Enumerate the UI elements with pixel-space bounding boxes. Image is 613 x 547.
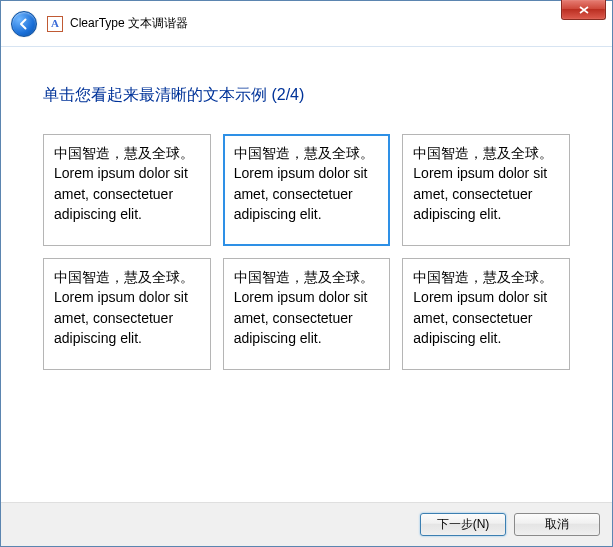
app-icon: A <box>47 16 63 32</box>
sample-cjk-text: 中国智造，慧及全球。 <box>413 143 559 163</box>
sample-cjk-text: 中国智造，慧及全球。 <box>54 143 200 163</box>
cancel-button[interactable]: 取消 <box>514 513 600 536</box>
text-sample-6[interactable]: 中国智造，慧及全球。 Lorem ipsum dolor sit amet, c… <box>402 258 570 370</box>
close-icon <box>579 6 589 14</box>
text-sample-5[interactable]: 中国智造，慧及全球。 Lorem ipsum dolor sit amet, c… <box>223 258 391 370</box>
sample-grid: 中国智造，慧及全球。 Lorem ipsum dolor sit amet, c… <box>43 134 570 370</box>
close-button[interactable] <box>561 0 606 20</box>
next-button[interactable]: 下一步(N) <box>420 513 506 536</box>
sample-latin-text: Lorem ipsum dolor sit amet, consectetuer… <box>413 287 559 348</box>
titlebar: A ClearType 文本调谐器 <box>1 1 612 47</box>
sample-latin-text: Lorem ipsum dolor sit amet, consectetuer… <box>413 163 559 224</box>
back-button[interactable] <box>11 11 37 37</box>
sample-cjk-text: 中国智造，慧及全球。 <box>54 267 200 287</box>
content-area: 单击您看起来最清晰的文本示例 (2/4) 中国智造，慧及全球。 Lorem ip… <box>1 47 612 502</box>
window-title: ClearType 文本调谐器 <box>70 15 188 32</box>
footer: 下一步(N) 取消 <box>1 502 612 546</box>
page-heading: 单击您看起来最清晰的文本示例 (2/4) <box>43 85 570 106</box>
text-sample-2[interactable]: 中国智造，慧及全球。 Lorem ipsum dolor sit amet, c… <box>223 134 391 246</box>
sample-latin-text: Lorem ipsum dolor sit amet, consectetuer… <box>234 163 380 224</box>
sample-cjk-text: 中国智造，慧及全球。 <box>234 143 380 163</box>
text-sample-4[interactable]: 中国智造，慧及全球。 Lorem ipsum dolor sit amet, c… <box>43 258 211 370</box>
text-sample-3[interactable]: 中国智造，慧及全球。 Lorem ipsum dolor sit amet, c… <box>402 134 570 246</box>
text-sample-1[interactable]: 中国智造，慧及全球。 Lorem ipsum dolor sit amet, c… <box>43 134 211 246</box>
sample-cjk-text: 中国智造，慧及全球。 <box>234 267 380 287</box>
sample-latin-text: Lorem ipsum dolor sit amet, consectetuer… <box>234 287 380 348</box>
cleartype-tuner-window: A ClearType 文本调谐器 单击您看起来最清晰的文本示例 (2/4) 中… <box>0 0 613 547</box>
sample-latin-text: Lorem ipsum dolor sit amet, consectetuer… <box>54 163 200 224</box>
back-arrow-icon <box>17 17 31 31</box>
sample-cjk-text: 中国智造，慧及全球。 <box>413 267 559 287</box>
sample-latin-text: Lorem ipsum dolor sit amet, consectetuer… <box>54 287 200 348</box>
